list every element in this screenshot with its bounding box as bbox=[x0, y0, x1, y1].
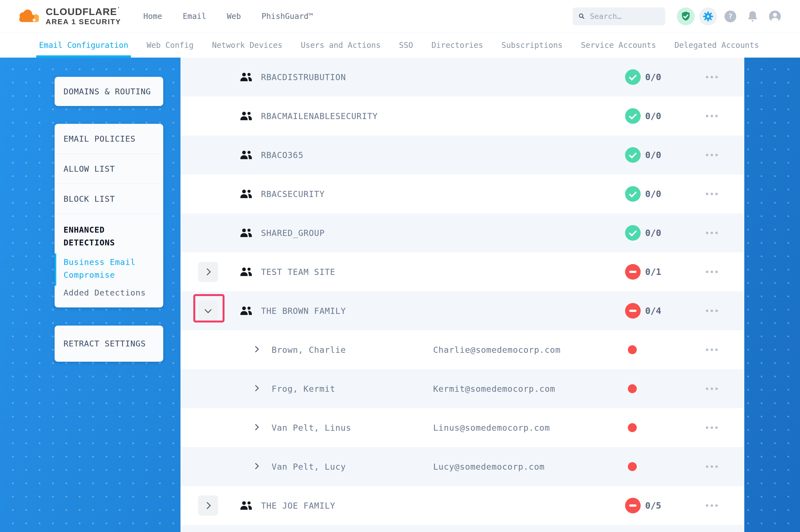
row-name: Van Pelt, Lucy bbox=[272, 462, 346, 472]
table-row: RBACDISTRUBUTION 0/0 bbox=[181, 58, 744, 97]
check-icon bbox=[629, 189, 636, 197]
security-status-button[interactable] bbox=[677, 7, 695, 25]
group-icon bbox=[240, 189, 253, 199]
chevron-right-icon bbox=[253, 424, 259, 431]
primary-nav: Home Email Web PhishGuard™ bbox=[143, 12, 313, 21]
tab-web-config[interactable]: Web Config bbox=[146, 33, 194, 58]
table-row: THE JOE FAMILY 0/5 bbox=[181, 486, 744, 525]
row-name: TEST TEAM SITE bbox=[261, 267, 335, 277]
table-row: RBACMAILENABLESECURITY 0/0 bbox=[181, 97, 744, 135]
row-menu-button[interactable] bbox=[706, 310, 718, 312]
status-count: 0/5 bbox=[645, 500, 661, 511]
status-dot bbox=[628, 384, 637, 393]
sidebar-item-added-detections[interactable]: Added Detections bbox=[55, 288, 163, 298]
row-name: RBACSECURITY bbox=[261, 189, 325, 199]
status-badge bbox=[625, 147, 641, 163]
row-menu-button[interactable] bbox=[706, 115, 718, 117]
notifications-button[interactable] bbox=[744, 7, 762, 25]
sidebar-item-allow-list[interactable]: ALLOW LIST bbox=[55, 154, 163, 184]
sidebar-item-domains-routing[interactable]: DOMAINS & ROUTING bbox=[55, 77, 163, 106]
row-menu-button[interactable] bbox=[706, 154, 718, 156]
account-button[interactable] bbox=[766, 7, 784, 25]
sidebar-item-business-email-compromise[interactable]: Business Email Compromise bbox=[55, 256, 163, 281]
status-badge bbox=[625, 498, 641, 513]
help-icon: ? bbox=[723, 9, 738, 24]
sidebar-label: RETRACT SETTINGS bbox=[63, 339, 146, 348]
search-input[interactable] bbox=[589, 12, 660, 21]
group-icon bbox=[240, 228, 253, 238]
status-count: 0/1 bbox=[645, 267, 661, 277]
settings-button[interactable] bbox=[699, 7, 717, 25]
table-row: THE BROWN FAMILY 0/4 bbox=[181, 291, 744, 330]
status-badge bbox=[625, 264, 641, 280]
minus-icon bbox=[629, 505, 636, 507]
expand-toggle-button[interactable] bbox=[198, 262, 218, 282]
nav-home[interactable]: Home bbox=[143, 12, 162, 21]
tab-network-devices[interactable]: Network Devices bbox=[212, 33, 283, 58]
tab-subscriptions[interactable]: Subscriptions bbox=[502, 33, 562, 58]
brand-subtitle: AREA 1 SECURITY bbox=[46, 18, 121, 25]
tab-delegated-accounts[interactable]: Delegated Accounts bbox=[674, 33, 759, 58]
table-row: Van Pelt, Linus Linus@somedemocorp.com bbox=[181, 408, 744, 447]
row-menu-button[interactable] bbox=[706, 387, 718, 390]
app-header: CLOUDFLARE’ AREA 1 SECURITY Home Email W… bbox=[0, 0, 800, 33]
row-menu-button[interactable] bbox=[706, 271, 718, 273]
row-email: Charlie@somedemocorp.com bbox=[433, 345, 561, 355]
sidebar-item-block-list[interactable]: BLOCK LIST bbox=[55, 184, 163, 214]
status-dot bbox=[628, 423, 637, 432]
row-name: RBACMAILENABLESECURITY bbox=[261, 111, 378, 121]
row-menu-button[interactable] bbox=[706, 349, 718, 351]
sidebar: DOMAINS & ROUTING EMAIL POLICIES ALLOW L… bbox=[55, 77, 163, 362]
status-count: 0/0 bbox=[645, 228, 661, 238]
cloudflare-logo: CLOUDFLARE’ AREA 1 SECURITY bbox=[16, 7, 121, 25]
row-email: Linus@somedemocorp.com bbox=[433, 423, 550, 433]
chevron-icon bbox=[204, 502, 211, 509]
chevron-right-icon bbox=[253, 385, 259, 392]
sidebar-item-enhanced-detections[interactable]: ENHANCED DETECTIONS bbox=[55, 214, 163, 249]
brand-trademark: ’ bbox=[117, 6, 120, 12]
tab-users-and-actions[interactable]: Users and Actions bbox=[301, 33, 381, 58]
row-menu-button[interactable] bbox=[706, 232, 718, 234]
check-icon bbox=[629, 73, 636, 80]
chevron-right-icon bbox=[253, 463, 259, 469]
row-menu-button[interactable] bbox=[706, 193, 718, 195]
nav-web[interactable]: Web bbox=[227, 12, 241, 21]
chevron-right-icon bbox=[253, 346, 259, 353]
status-badge bbox=[625, 108, 641, 124]
group-icon bbox=[240, 150, 253, 160]
status-count: 0/4 bbox=[645, 305, 661, 316]
sidebar-item-retract-settings[interactable]: RETRACT SETTINGS bbox=[55, 325, 163, 362]
help-button[interactable]: ? bbox=[722, 7, 739, 25]
group-icon bbox=[240, 306, 253, 316]
status-badge bbox=[625, 69, 641, 85]
group-icon bbox=[240, 500, 253, 511]
sidebar-label: BLOCK LIST bbox=[63, 194, 115, 204]
status-count: 0/0 bbox=[645, 189, 661, 199]
tab-sso[interactable]: SSO bbox=[399, 33, 413, 58]
row-name: RBACDISTRUBUTION bbox=[261, 72, 346, 82]
tab-directories[interactable]: Directories bbox=[432, 33, 483, 58]
search-box[interactable] bbox=[573, 7, 665, 25]
row-menu-button[interactable] bbox=[706, 76, 718, 78]
status-badge bbox=[625, 303, 641, 319]
nav-email[interactable]: Email bbox=[183, 12, 206, 21]
expand-toggle-button[interactable] bbox=[198, 496, 218, 516]
table-row bbox=[181, 525, 744, 532]
row-name: Brown, Charlie bbox=[272, 345, 346, 355]
sidebar-card-email-policies: EMAIL POLICIES ALLOW LIST BLOCK LIST ENH… bbox=[55, 124, 163, 307]
table-row: Brown, Charlie Charlie@somedemocorp.com bbox=[181, 330, 744, 369]
bell-icon bbox=[746, 10, 760, 23]
row-name: SHARED_GROUP bbox=[261, 228, 325, 238]
row-menu-button[interactable] bbox=[706, 466, 718, 468]
sidebar-item-email-policies[interactable]: EMAIL POLICIES bbox=[55, 124, 163, 154]
row-menu-button[interactable] bbox=[706, 426, 718, 429]
sidebar-label: EMAIL POLICIES bbox=[63, 134, 135, 144]
group-icon bbox=[240, 267, 253, 277]
row-name: THE BROWN FAMILY bbox=[261, 306, 346, 316]
status-badge bbox=[625, 186, 641, 202]
tab-service-accounts[interactable]: Service Accounts bbox=[581, 33, 656, 58]
row-menu-button[interactable] bbox=[706, 505, 718, 507]
nav-phishguard[interactable]: PhishGuard™ bbox=[261, 12, 313, 21]
tab-email-configuration[interactable]: Email Configuration bbox=[39, 33, 128, 58]
row-name: Frog, Kermit bbox=[272, 384, 335, 394]
